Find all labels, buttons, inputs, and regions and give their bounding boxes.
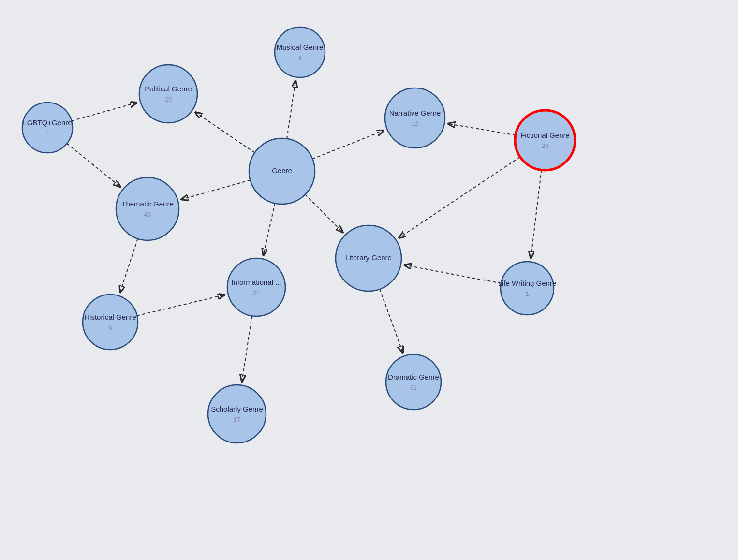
node-circle-narrative bbox=[385, 88, 445, 148]
node-circle-lgbtq bbox=[22, 103, 73, 153]
node-label-thematic: Thematic Genre bbox=[121, 200, 174, 208]
node-circle-historical bbox=[83, 295, 138, 350]
node-label-narrative: Narrative Genre bbox=[389, 109, 441, 117]
edge-genre-literary bbox=[305, 194, 342, 231]
edge-informational-scholarly bbox=[242, 316, 252, 380]
node-label-lifewriting: Life Writing Genre bbox=[498, 279, 557, 287]
node-circle-lifewriting bbox=[501, 262, 554, 315]
node-label-genre: Genre bbox=[272, 166, 292, 175]
edge-literary-dramatic bbox=[380, 289, 402, 352]
node-circle-informational bbox=[227, 258, 285, 316]
edge-genre-informational bbox=[264, 203, 275, 254]
edge-fictional-narrative bbox=[449, 124, 516, 135]
node-label-musical: Musical Genre bbox=[277, 43, 324, 51]
node-label-fictional: Fictional Genre bbox=[520, 131, 570, 139]
node-count-musical: 4 bbox=[298, 54, 301, 61]
graph-canvas: GenreMusical Genre4Political Genre20LGBT… bbox=[0, 0, 738, 560]
node-count-lgbtq: 4 bbox=[45, 130, 49, 137]
edge-lifewriting-literary bbox=[406, 265, 501, 283]
edge-genre-musical bbox=[287, 82, 295, 138]
node-fictional[interactable]: Fictional Genre26 bbox=[515, 110, 575, 170]
edge-lgbtq-thematic bbox=[67, 144, 119, 186]
node-count-lifewriting: 1 bbox=[525, 290, 529, 297]
node-count-historical: 6 bbox=[108, 324, 112, 331]
node-circle-thematic bbox=[116, 177, 179, 240]
edge-historical-informational bbox=[137, 295, 223, 316]
edge-genre-political bbox=[196, 113, 255, 152]
node-circle-musical bbox=[275, 27, 325, 77]
node-informational[interactable]: Informational ...22 bbox=[227, 258, 285, 316]
node-scholarly[interactable]: Scholarly Genre17 bbox=[208, 385, 266, 443]
node-label-literary: Literary Genre bbox=[345, 253, 392, 262]
edge-genre-thematic bbox=[182, 180, 250, 199]
node-lifewriting[interactable]: Life Writing Genre1 bbox=[498, 262, 557, 315]
node-thematic[interactable]: Thematic Genre43 bbox=[116, 177, 179, 240]
node-count-political: 20 bbox=[165, 96, 172, 103]
node-count-narrative: 12 bbox=[412, 120, 418, 127]
node-literary[interactable]: Literary Genre bbox=[336, 225, 401, 291]
node-count-informational: 22 bbox=[253, 289, 260, 296]
node-label-informational: Informational ... bbox=[231, 278, 281, 286]
node-label-lgbtq: LGBTQ+Genre bbox=[23, 118, 72, 127]
node-dramatic[interactable]: Dramatic Genre31 bbox=[386, 354, 441, 410]
node-label-historical: Historical Genre bbox=[84, 313, 136, 321]
edge-lgbtq-political bbox=[72, 103, 136, 121]
node-narrative[interactable]: Narrative Genre12 bbox=[385, 88, 445, 148]
node-circle-fictional bbox=[515, 110, 575, 170]
node-count-scholarly: 17 bbox=[234, 416, 240, 423]
node-label-dramatic: Dramatic Genre bbox=[388, 373, 439, 381]
edge-fictional-lifewriting bbox=[531, 170, 542, 257]
node-lgbtq[interactable]: LGBTQ+Genre4 bbox=[22, 103, 73, 153]
edge-genre-narrative bbox=[312, 131, 383, 159]
node-count-fictional: 26 bbox=[542, 142, 548, 149]
node-label-scholarly: Scholarly Genre bbox=[211, 405, 263, 413]
node-musical[interactable]: Musical Genre4 bbox=[275, 27, 325, 77]
node-count-thematic: 43 bbox=[144, 211, 151, 218]
node-count-dramatic: 31 bbox=[410, 384, 417, 391]
node-circle-political bbox=[139, 65, 197, 123]
node-circle-scholarly bbox=[208, 385, 266, 443]
node-circle-dramatic bbox=[386, 354, 441, 410]
node-historical[interactable]: Historical Genre6 bbox=[83, 295, 138, 350]
node-political[interactable]: Political Genre20 bbox=[139, 65, 197, 123]
edge-thematic-historical bbox=[120, 239, 138, 292]
node-label-political: Political Genre bbox=[145, 85, 192, 93]
edge-fictional-literary bbox=[400, 157, 520, 237]
node-genre[interactable]: Genre bbox=[249, 138, 315, 204]
